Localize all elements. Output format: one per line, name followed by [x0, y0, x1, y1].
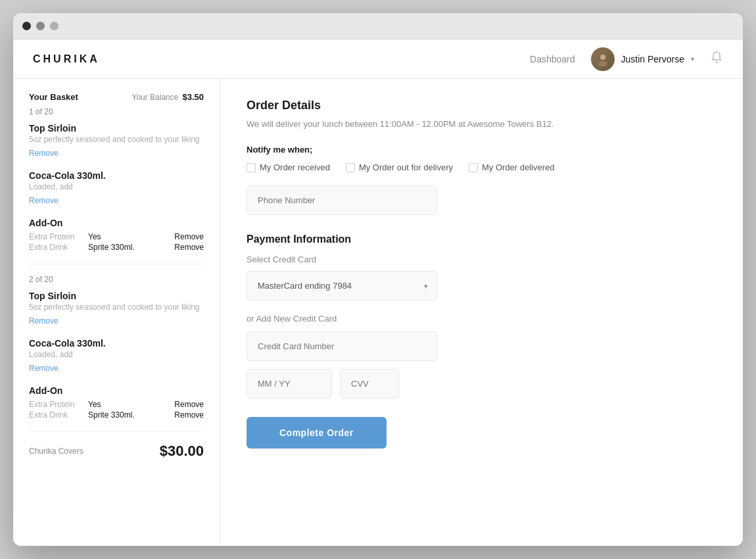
item-desc: Loaded, add — [29, 182, 204, 191]
delivery-info: We will deliver your lunch between 11:00… — [247, 119, 717, 129]
app-body: CHURIKA Dashboard Justin Pervorse ▾ — [13, 39, 743, 546]
addon-row-protein-1: Extra Protein Yes Remove — [29, 232, 204, 241]
notify-options: My Order received My Order out for deliv… — [247, 162, 717, 172]
notify-title: Notify me when; — [247, 145, 717, 155]
avatar — [591, 47, 615, 71]
addon-key: Extra Drink — [29, 410, 88, 420]
basket-header: Your Basket Your Balance $3.50 — [29, 92, 204, 102]
addon-row-drink-2: Extra Drink Sprite 330ml. Remove — [29, 410, 204, 420]
notification-bell-icon[interactable] — [710, 51, 723, 67]
balance-label: Your Balance — [132, 93, 179, 102]
basket-item-sirloin-1: Top Sirloin 5oz perfectly seasoned and c… — [29, 123, 204, 158]
item-name: Top Sirloin — [29, 123, 204, 134]
add-card-label: or Add New Credit Card — [247, 314, 717, 324]
user-chevron-icon: ▾ — [691, 55, 694, 62]
divider-2 — [29, 431, 204, 432]
dashboard-link[interactable]: Dashboard — [530, 54, 575, 64]
addon-remove-protein-1[interactable]: Remove — [174, 232, 204, 241]
remove-sirloin-2[interactable]: Remove — [29, 316, 59, 326]
order-details-title: Order Details — [247, 99, 717, 112]
app-window: CHURIKA Dashboard Justin Pervorse ▾ — [13, 13, 743, 546]
credit-card-number-input[interactable] — [247, 331, 437, 361]
notify-label-received: My Order received — [260, 162, 330, 172]
addon-value: Sprite 330ml. — [88, 410, 174, 420]
item-desc: Loaded, add — [29, 350, 204, 359]
addon-remove-drink-1[interactable]: Remove — [174, 243, 204, 252]
addon-remove-protein-2[interactable]: Remove — [174, 400, 204, 409]
addon-value: Sprite 330ml. — [88, 243, 174, 252]
phone-number-input[interactable] — [247, 185, 437, 215]
topnav: CHURIKA Dashboard Justin Pervorse ▾ — [13, 39, 743, 79]
select-card-label: Select Credit Card — [247, 255, 717, 264]
logo: CHURIKA — [33, 53, 100, 65]
username-label: Justin Pervorse — [621, 54, 684, 64]
balance-area: Your Balance $3.50 — [132, 92, 204, 102]
cc-expiry-input[interactable] — [247, 369, 332, 399]
item-counter-2: 2 of 20 — [29, 275, 204, 284]
svg-point-1 — [598, 61, 607, 66]
notify-label-out: My Order out for delivery — [359, 162, 453, 172]
basket-sidebar: Your Basket Your Balance $3.50 1 of 20 T… — [13, 79, 220, 546]
addon-key: Extra Drink — [29, 243, 88, 252]
total-value: $30.00 — [160, 443, 204, 460]
divider-1 — [29, 264, 204, 264]
addon-value: Yes — [88, 232, 174, 241]
item-desc: 5oz perfectly seasoned and cooked to you… — [29, 135, 204, 144]
addon-key: Extra Protein — [29, 400, 88, 409]
notify-checkbox-received[interactable] — [247, 163, 256, 172]
item-name: Top Sirloin — [29, 291, 204, 301]
card-select-wrapper: MasterCard ending 7984 ▾ — [247, 271, 437, 301]
remove-cola-1[interactable]: Remove — [29, 196, 59, 205]
basket-title: Your Basket — [29, 92, 78, 102]
minimize-dot[interactable] — [36, 22, 45, 30]
svg-point-0 — [600, 55, 605, 60]
card-select[interactable]: MasterCard ending 7984 — [247, 271, 437, 301]
total-row: Churika Covers $30.00 — [29, 443, 204, 460]
addon-title: Add-On — [29, 218, 204, 228]
balance-value: $3.50 — [182, 92, 204, 102]
addon-title: Add-On — [29, 385, 204, 396]
addon-value: Yes — [88, 400, 174, 409]
basket-item-cola-1: Coca-Cola 330ml. Loaded, add Remove — [29, 170, 204, 206]
notify-checkbox-out[interactable] — [346, 163, 355, 172]
complete-order-button[interactable]: Complete Order — [247, 417, 387, 449]
notify-label-delivered: My Order delivered — [482, 162, 555, 172]
item-desc: 5oz perfectly seasoned and cooked to you… — [29, 303, 204, 312]
user-menu[interactable]: Justin Pervorse ▾ — [591, 47, 694, 71]
notify-checkbox-delivered[interactable] — [469, 163, 478, 172]
addon-section-1: Add-On Extra Protein Yes Remove Extra Dr… — [29, 218, 204, 252]
basket-item-sirloin-2: Top Sirloin 5oz perfectly seasoned and c… — [29, 291, 204, 326]
nav-right: Dashboard Justin Pervorse ▾ — [530, 47, 723, 71]
remove-cola-2[interactable]: Remove — [29, 364, 59, 373]
maximize-dot[interactable] — [50, 22, 59, 30]
addon-key: Extra Protein — [29, 232, 88, 241]
item-name: Coca-Cola 330ml. — [29, 170, 204, 181]
titlebar — [13, 13, 743, 39]
cc-row — [247, 369, 717, 399]
addon-remove-drink-2[interactable]: Remove — [174, 410, 204, 420]
addon-row-protein-2: Extra Protein Yes Remove — [29, 400, 204, 409]
notify-option-received[interactable]: My Order received — [247, 162, 330, 172]
cc-cvv-input[interactable] — [340, 369, 399, 399]
addon-row-drink-1: Extra Drink Sprite 330ml. Remove — [29, 243, 204, 252]
item-counter-1: 1 of 20 — [29, 107, 204, 116]
notify-option-out[interactable]: My Order out for delivery — [346, 162, 453, 172]
notify-option-delivered[interactable]: My Order delivered — [469, 162, 555, 172]
item-name: Coca-Cola 330ml. — [29, 338, 204, 349]
remove-sirloin-1[interactable]: Remove — [29, 149, 59, 158]
payment-title: Payment Information — [247, 233, 717, 245]
order-panel: Order Details We will deliver your lunch… — [220, 79, 743, 546]
main-content: Your Basket Your Balance $3.50 1 of 20 T… — [13, 79, 743, 546]
close-dot[interactable] — [22, 22, 31, 30]
addon-section-2: Add-On Extra Protein Yes Remove Extra Dr… — [29, 385, 204, 420]
total-label: Churika Covers — [29, 447, 83, 456]
basket-item-cola-2: Coca-Cola 330ml. Loaded, add Remove — [29, 338, 204, 374]
